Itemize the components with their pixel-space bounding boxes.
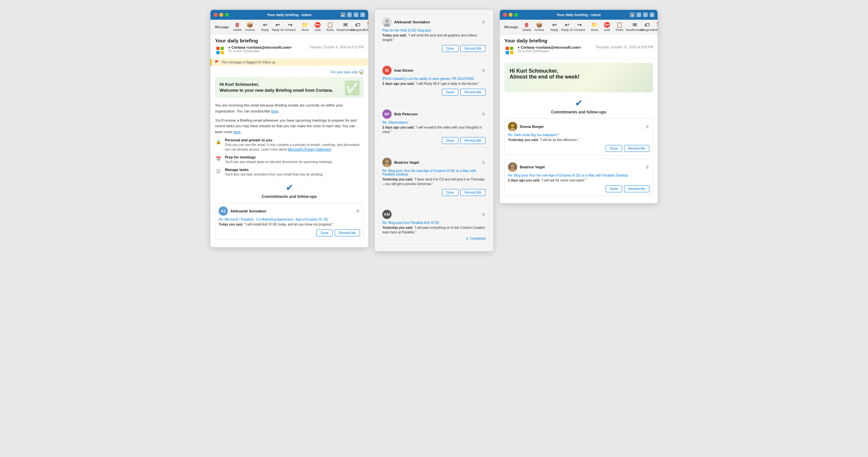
redo-icon-right[interactable]: ↪ xyxy=(643,12,648,17)
minimize-button-left[interactable] xyxy=(219,13,223,17)
save-icon[interactable]: 💾 xyxy=(341,12,345,17)
trash-beatrice-mid[interactable]: 🗑 xyxy=(482,160,486,165)
feature-tasks: ☑ Manage tasks You'll also see task remi… xyxy=(215,168,364,177)
move-button[interactable]: 📁 Move xyxy=(299,21,311,33)
quote-bob: 2 days ago you said, "I will re-watch th… xyxy=(382,125,486,134)
done-beatrice-mid[interactable]: Done xyxy=(442,189,458,196)
delete-button-right[interactable]: 🗑 Delete xyxy=(521,21,533,33)
unsubscribe-link[interactable]: here xyxy=(271,109,278,113)
forward-icon: ↪ xyxy=(288,22,292,28)
read-unread-button-right[interactable]: ✉ Read/Unread xyxy=(629,21,641,33)
archive-button[interactable]: 📦 Archive xyxy=(244,21,256,33)
read-unread-button[interactable]: ✉ Read/Unread xyxy=(339,21,351,33)
remind-beatrice-mid[interactable]: Remind Me xyxy=(460,189,486,196)
remind-bob[interactable]: Remind Me xyxy=(460,137,486,144)
intro-text-2: You'll receive a Briefing email whenever… xyxy=(215,118,364,135)
rules-button[interactable]: 📋 Rules xyxy=(324,21,336,33)
print-icon-right[interactable]: 🖨 xyxy=(650,12,654,17)
done-ivan[interactable]: Done xyxy=(442,89,458,96)
categorize-button-right[interactable]: 🏷 Categorize xyxy=(641,21,653,33)
private-badge: For your eyes only 🔒 xyxy=(215,70,364,74)
delete-button[interactable]: 🗑 Delete xyxy=(231,21,243,33)
move-label: Move xyxy=(302,28,309,32)
commitment-header-beatrice-r: Beatrice Vogel 🗑 xyxy=(508,162,649,172)
undo-icon-right[interactable]: ↩ xyxy=(637,12,641,17)
svg-point-4 xyxy=(385,160,389,163)
learn-more-link[interactable]: here xyxy=(234,130,241,134)
redo-icon[interactable]: ↪ xyxy=(354,12,359,17)
subject-bob[interactable]: Re: Observations xyxy=(382,121,486,124)
reply-label: Reply xyxy=(261,28,269,32)
subject-donna[interactable]: Re: Dark mode Big Sur wallpaper? xyxy=(508,133,649,137)
done-donna[interactable]: Done xyxy=(606,145,622,152)
logo-sq-yellow-r xyxy=(510,51,513,54)
titlebar-nav-right: 💾 ↩ ↪ 🖨 xyxy=(630,12,654,17)
logo-sq-red-r xyxy=(506,47,509,50)
minimize-button-right[interactable] xyxy=(508,13,513,17)
trash-km[interactable]: 🗑 xyxy=(482,212,486,217)
name-bob: Bob Peterson xyxy=(394,112,418,116)
done-as-mid[interactable]: Done xyxy=(442,45,458,52)
forward-button[interactable]: ↪ Forward xyxy=(284,21,296,33)
trash-aleksandr-left[interactable]: 🗑 xyxy=(356,209,360,213)
maximize-button-right[interactable] xyxy=(514,13,518,17)
avatar-img-beatrice xyxy=(382,158,392,167)
remind-as-mid[interactable]: Remind Me xyxy=(460,45,486,52)
reply-all-button[interactable]: ↩ Reply All xyxy=(272,21,283,33)
subject-as-mid[interactable]: Plan for the 'AoE III DE' blog post xyxy=(382,29,486,32)
reply-button-right[interactable]: ↩ Reply xyxy=(549,21,560,33)
done-button-aleksandr-left[interactable]: Done xyxy=(316,230,333,236)
junk-button-right[interactable]: ⛔ Junk xyxy=(601,21,613,33)
trash-as-mid[interactable]: 🗑 xyxy=(482,20,486,24)
subject-ivan[interactable]: [PD16 Update1] Lost the ability to save … xyxy=(382,77,486,81)
trash-donna[interactable]: 🗑 xyxy=(645,124,649,129)
subject-beatrice-mid[interactable]: Re: Blog post: Run the new Age of Empire… xyxy=(382,169,486,176)
email-window-left: 💾 ↩ ↪ 🖨 Your daily briefing - Inbox Mess… xyxy=(210,10,368,247)
name-donna: Donna Burger xyxy=(520,125,544,128)
sender-name-right: ● Cortana <cortana@microsoft.com> xyxy=(518,45,593,49)
forward-button-right[interactable]: ↪ Forward xyxy=(574,21,585,33)
avatar-bob: BP xyxy=(382,110,392,119)
actions-aleksandr-left: Done Remind Me xyxy=(219,230,360,236)
reply-all-button-right[interactable]: ↩ Reply All xyxy=(561,21,573,33)
forward-icon-right: ↪ xyxy=(577,22,582,28)
remind-beatrice-right[interactable]: Remind Me xyxy=(624,185,649,192)
done-bob[interactable]: Done xyxy=(442,137,458,144)
logo-sq-yellow xyxy=(221,51,224,54)
done-beatrice-right[interactable]: Done xyxy=(606,185,622,192)
email-content-left: Your daily briefing ● Cortana <cortana@m… xyxy=(210,34,368,247)
commitment-km-mid: KM 🗑 Re: Blog post from Parallels AoE II… xyxy=(379,206,489,244)
microsoft-logo-right xyxy=(506,47,514,55)
move-button-right[interactable]: 📁 Move xyxy=(589,21,600,33)
middle-panel-content: Aleksandr Sursiakov 🗑 Plan for the 'AoE … xyxy=(375,10,493,251)
follow-up-button[interactable]: 🚩 Follow Up xyxy=(364,21,368,33)
maximize-button-left[interactable] xyxy=(225,13,229,17)
categorize-button[interactable]: 🏷 Categorize xyxy=(352,21,364,33)
undo-icon[interactable]: ↩ xyxy=(347,12,352,17)
junk-button[interactable]: ⛔ Junk xyxy=(312,21,323,33)
trash-bob[interactable]: 🗑 xyxy=(482,112,486,116)
save-icon-right[interactable]: 💾 xyxy=(630,12,634,17)
close-button-left[interactable] xyxy=(214,13,218,17)
print-icon[interactable]: 🖨 xyxy=(360,12,365,17)
privacy-link[interactable]: Microsoft's Privacy Statement xyxy=(288,148,331,151)
subject-beatrice-right[interactable]: Re: Blog post: Run the new Age of Empire… xyxy=(508,174,649,177)
remind-donna[interactable]: Remind Me xyxy=(624,145,649,152)
close-button-right[interactable] xyxy=(503,13,507,17)
subject-km[interactable]: Re: Blog post from Parallels AoE III DE xyxy=(382,221,486,224)
avatar-img-beatrice-r xyxy=(508,162,517,172)
remind-ivan[interactable]: Remind Me xyxy=(460,89,486,96)
feature-meetings: 📅 Prep for meetings You'll see any relat… xyxy=(215,155,364,164)
rules-button-right[interactable]: 📋 Rules xyxy=(614,21,625,33)
reply-all-icon: ↩ xyxy=(276,22,280,28)
reply-label-right: Reply xyxy=(551,28,558,32)
reply-all-label: Reply All xyxy=(272,28,283,32)
subject-aleksandr-left[interactable]: Re: Microsoft / Parallels - Co-Marketing… xyxy=(219,218,360,221)
feature-private-title: Personal and private to you xyxy=(225,138,364,142)
trash-ivan[interactable]: 🗑 xyxy=(482,68,486,73)
trash-beatrice-right[interactable]: 🗑 xyxy=(645,165,649,169)
follow-up-button-right[interactable]: 🚩 Follow Up xyxy=(654,21,658,33)
remind-button-aleksandr-left[interactable]: Remind Me xyxy=(335,230,360,236)
archive-button-right[interactable]: 📦 Archive xyxy=(533,21,545,33)
reply-button[interactable]: ↩ Reply xyxy=(259,21,271,33)
